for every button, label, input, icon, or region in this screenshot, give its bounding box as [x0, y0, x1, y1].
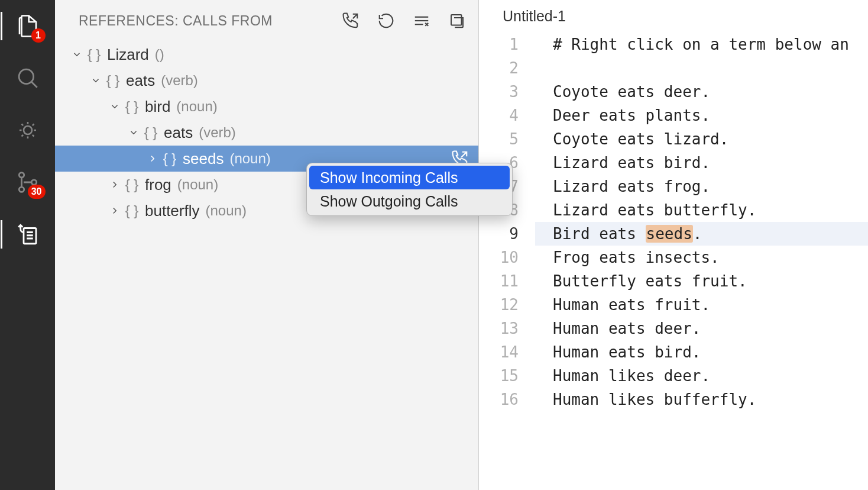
chevron-down-icon[interactable]: [69, 47, 85, 62]
tree-node-label: butterfly: [145, 202, 200, 220]
symbol-icon: { }: [122, 176, 141, 193]
explorer-icon[interactable]: 1: [14, 12, 42, 40]
chevron-down-icon[interactable]: [126, 125, 141, 140]
tree-node-label: eats: [126, 72, 155, 90]
refresh-icon[interactable]: [375, 10, 397, 31]
clear-icon[interactable]: [411, 10, 432, 31]
code-line[interactable]: Human eats deer.: [535, 317, 868, 340]
chevron-down-icon[interactable]: [107, 99, 122, 114]
search-icon[interactable]: [14, 64, 42, 92]
incoming-calls-icon[interactable]: [340, 10, 361, 31]
code-line[interactable]: Frog eats insects.: [535, 246, 868, 269]
code-line[interactable]: Human likes bufferfly.: [535, 388, 868, 411]
code-line[interactable]: [535, 56, 868, 80]
tree-node-label: seeds: [183, 150, 224, 168]
symbol-icon: { }: [122, 98, 141, 115]
symbol-icon: { }: [103, 72, 122, 89]
code-line[interactable]: Human eats fruit.: [535, 293, 868, 317]
code-line[interactable]: Lizard eats frog.: [535, 175, 868, 198]
line-number: 4: [479, 104, 519, 127]
tree-row[interactable]: { }eats(verb): [55, 120, 478, 146]
tree-node-label: Lizard: [107, 46, 149, 64]
line-number: 15: [479, 364, 519, 388]
references-actions: [340, 10, 468, 31]
scm-badge: 30: [28, 185, 46, 199]
symbol-icon: { }: [122, 202, 141, 219]
references-panel: REFERENCES: CALLS FROM { }Lizard(){ }eat…: [55, 0, 479, 490]
svg-point-4: [19, 187, 24, 192]
line-number: 10: [479, 246, 519, 269]
chevron-right-icon[interactable]: [145, 151, 160, 166]
code-line[interactable]: Human likes deer.: [535, 364, 868, 388]
svg-point-0: [19, 69, 34, 84]
tree-node-type: (noun): [206, 202, 247, 219]
svg-point-2: [24, 126, 32, 134]
editor-body[interactable]: 12345678910111213141516 # Right click on…: [479, 33, 868, 490]
collapse-icon[interactable]: [446, 10, 468, 31]
code-line[interactable]: # Right click on a term below an: [535, 33, 868, 56]
debug-icon[interactable]: [14, 116, 42, 144]
tree-row[interactable]: { }Lizard(): [55, 41, 478, 67]
svg-point-3: [19, 173, 24, 178]
references-icon[interactable]: [14, 220, 42, 249]
code-line[interactable]: Butterfly eats fruit.: [535, 269, 868, 293]
svg-point-5: [31, 180, 36, 185]
tree-node-label: frog: [145, 176, 171, 194]
code-area[interactable]: # Right click on a term below anCoyote e…: [535, 33, 868, 490]
symbol-icon: { }: [85, 46, 103, 63]
line-number-gutter: 12345678910111213141516: [479, 33, 535, 490]
chevron-right-icon[interactable]: [107, 203, 122, 218]
context-menu: Show Incoming CallsShow Outgoing Calls: [306, 163, 513, 216]
line-number: 11: [479, 269, 519, 293]
symbol-icon: { }: [160, 150, 179, 167]
line-number: 12: [479, 293, 519, 317]
line-number: 3: [479, 80, 519, 104]
editor-tabs: Untitled-1: [479, 0, 868, 33]
code-line[interactable]: Bird eats seeds.: [535, 222, 868, 246]
line-number: 9: [479, 222, 519, 246]
tree-node-type: (verb): [161, 72, 198, 89]
activity-bar: 1 30: [0, 0, 55, 490]
context-menu-item[interactable]: Show Incoming Calls: [309, 166, 510, 189]
line-number: 16: [479, 388, 519, 411]
highlighted-word: seeds: [646, 225, 693, 243]
tree-node-type: (noun): [229, 150, 270, 167]
code-line[interactable]: Human eats bird.: [535, 340, 868, 364]
tree-node-label: eats: [164, 124, 193, 142]
tree-node-label: bird: [145, 98, 170, 116]
code-line[interactable]: Lizard eats bird.: [535, 151, 868, 175]
code-line[interactable]: Coyote eats lizard.: [535, 127, 868, 151]
tree-node-type: (noun): [176, 98, 217, 115]
code-line[interactable]: Lizard eats butterfly.: [535, 198, 868, 222]
line-number: 14: [479, 340, 519, 364]
tree-node-type: (): [155, 46, 164, 63]
tree-node-type: (noun): [177, 176, 218, 193]
line-number: 13: [479, 317, 519, 340]
code-line[interactable]: Deer eats plants.: [535, 104, 868, 127]
code-line[interactable]: Coyote eats deer.: [535, 80, 868, 104]
tree-row[interactable]: { }bird(noun): [55, 94, 478, 120]
symbol-icon: { }: [141, 124, 160, 141]
line-number: 5: [479, 127, 519, 151]
context-menu-item[interactable]: Show Outgoing Calls: [309, 189, 510, 213]
svg-rect-12: [451, 15, 462, 25]
chevron-down-icon[interactable]: [88, 73, 103, 88]
tree-node-type: (verb): [199, 124, 236, 141]
line-number: 2: [479, 56, 519, 80]
line-number: 1: [479, 33, 519, 56]
svg-line-1: [31, 82, 37, 88]
references-title: REFERENCES: CALLS FROM: [79, 13, 340, 29]
editor: Untitled-1 12345678910111213141516 # Rig…: [479, 0, 868, 490]
references-header: REFERENCES: CALLS FROM: [55, 0, 478, 41]
source-control-icon[interactable]: 30: [14, 168, 42, 196]
tree-row[interactable]: { }eats(verb): [55, 67, 478, 94]
chevron-right-icon[interactable]: [107, 177, 122, 192]
explorer-badge: 1: [31, 28, 46, 43]
editor-tab[interactable]: Untitled-1: [503, 8, 566, 25]
